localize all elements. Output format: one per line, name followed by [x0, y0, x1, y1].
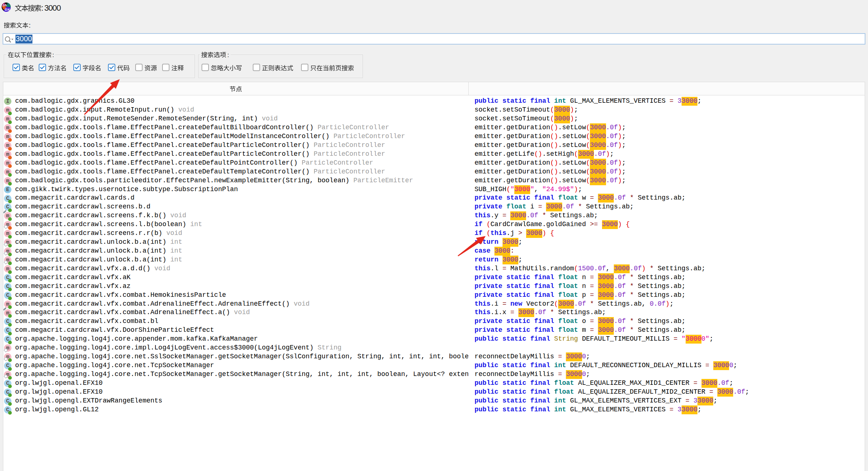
svg-text:DX: DX: [5, 7, 10, 11]
svg-text:JA: JA: [3, 3, 7, 7]
